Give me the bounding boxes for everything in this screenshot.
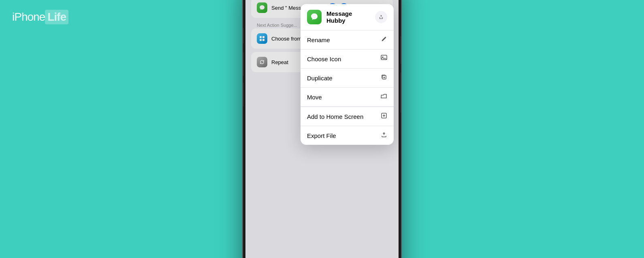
power-button2: [401, 72, 401, 113]
add-to-home-screen-menu-item[interactable]: Add to Home Screen: [301, 107, 394, 126]
export-file-icon: [381, 131, 387, 140]
move-menu-item[interactable]: Move: [301, 88, 394, 107]
rename-menu-item[interactable]: Rename: [301, 30, 394, 49]
choose-icon-label: Choose Icon: [307, 56, 341, 62]
export-file-menu-item[interactable]: Export File: [301, 126, 394, 145]
duplicate-label: Duplicate: [307, 75, 333, 82]
add-home-label: Add to Home Screen: [307, 113, 363, 120]
mute-button: [243, 28, 243, 44]
cm-app-icon: [307, 10, 322, 24]
choose-icon-icon: [381, 55, 387, 63]
cm-app-name: Message Hubby: [326, 10, 370, 24]
screen-content: Message Pickle ▾ Done Send " Mess...: [245, 0, 399, 258]
choose-icon-menu-item[interactable]: Choose Icon: [301, 49, 394, 69]
phone-screen: Message Pickle ▾ Done Send " Mess...: [245, 0, 399, 258]
move-label: Move: [307, 94, 322, 101]
context-menu-overlay: Message Hubby Rename: [245, 0, 399, 258]
duplicate-icon: [381, 74, 387, 82]
export-file-label: Export File: [307, 132, 336, 139]
rename-label: Rename: [307, 37, 330, 43]
logo-life-text: Life: [45, 10, 68, 24]
logo-iphone-text: iPhone: [12, 11, 45, 24]
context-menu-header: Message Hubby: [301, 4, 394, 30]
volume-down-button: [243, 82, 243, 107]
logo: iPhoneLife: [12, 10, 68, 24]
rename-icon: [381, 36, 387, 44]
add-home-icon: [381, 112, 387, 120]
volume-up-button: [243, 52, 243, 76]
phone-frame: Message Pickle ▾ Done Send " Mess...: [243, 0, 401, 258]
duplicate-menu-item[interactable]: Duplicate: [301, 69, 394, 88]
context-menu: Message Hubby Rename: [301, 4, 394, 145]
cm-share-button[interactable]: [375, 11, 387, 23]
power-button: [401, 36, 401, 64]
move-icon: [381, 93, 387, 101]
